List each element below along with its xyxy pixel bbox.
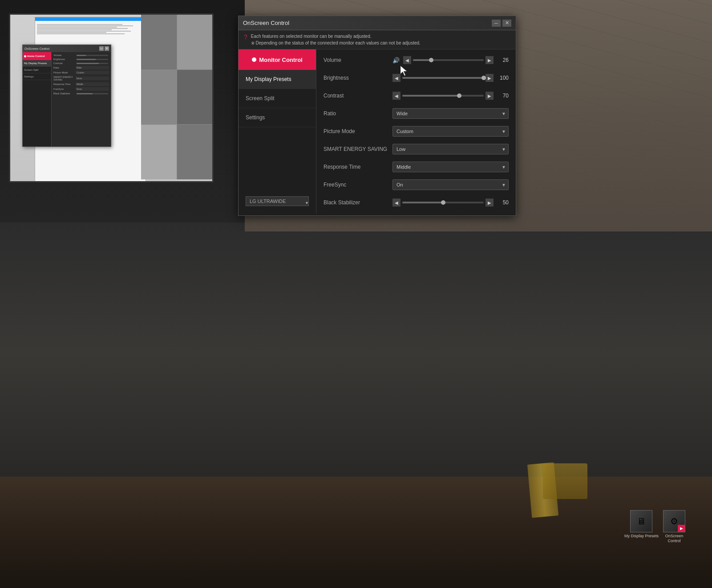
freesync-label: FreeSync (324, 182, 392, 188)
freesync-select[interactable]: On Off (392, 179, 509, 190)
mini-response-row: Response Time Middle (53, 82, 109, 86)
desk-object-box (543, 463, 587, 499)
taskbar-osc[interactable]: ⚙ ▶ OnScreenControl (663, 510, 685, 543)
smart-energy-row: SMART ENERGY SAVING Low High Off ▼ (324, 143, 509, 155)
osc-nav-header: Monitor Control (239, 49, 316, 70)
brightness-slider-track[interactable] (402, 77, 484, 79)
mini-nav-presets[interactable]: My Display Presets (23, 60, 51, 67)
black-stabilizer-row: Black Stabilizer ◀ ▶ 50 (324, 196, 509, 209)
picture-mode-dropdown-container: Custom Vivid HDR Effect Cinema FPS 1 FPS… (392, 126, 509, 137)
mini-osc-minimize[interactable]: ─ (99, 46, 104, 51)
volume-slider-track[interactable] (413, 59, 484, 61)
mini-osc-close[interactable]: ✕ (105, 46, 109, 51)
minimize-button[interactable]: ─ (492, 20, 501, 27)
mini-nav-settings[interactable]: Settings (23, 73, 51, 80)
response-time-select[interactable]: Middle Fast Faster Off (392, 162, 509, 172)
contrast-decrease-btn[interactable]: ◀ (392, 92, 400, 100)
mini-osc-titlebar: OnScreen Control ─ ✕ (23, 45, 111, 52)
brightness-slider-fill (402, 77, 484, 79)
contrast-slider-container: ◀ ▶ 70 (392, 92, 509, 100)
monitor-area: OnScreen Control ─ ✕ Home Control My Dis… (0, 0, 245, 223)
volume-row: Volume 🔊 ◀ ▶ 26 (324, 54, 509, 66)
mini-contrast-track[interactable] (77, 63, 108, 64)
picture-mode-select[interactable]: Custom Vivid HDR Effect Cinema FPS 1 FPS… (392, 126, 509, 137)
taskbar-osc-label: OnScreenControl (665, 534, 684, 543)
mini-brightness-track[interactable] (77, 59, 108, 60)
display-presets-icon: 🖥 (637, 516, 646, 527)
taskbar-display-presets[interactable]: 🖥 My Display Presets (624, 510, 659, 543)
freesync-row: FreeSync On Off ▼ (324, 178, 509, 191)
response-time-dropdown-container: Middle Fast Faster Off ▼ (392, 162, 509, 172)
volume-decrease-btn[interactable]: ◀ (403, 56, 411, 64)
osc-nav-panel: Monitor Control My Display Presets Scree… (239, 49, 316, 213)
brightness-slider-thumb (481, 76, 486, 80)
black-stabilizer-slider-track[interactable] (402, 202, 484, 203)
info-icon: ? (244, 33, 247, 41)
contrast-row: Contrast ◀ ▶ 70 (324, 89, 509, 102)
osc-titlebar: OnScreen Control ─ ✕ (239, 16, 516, 30)
volume-label: Volume (324, 57, 392, 63)
brightness-value: 100 (495, 75, 509, 81)
picture-mode-row: Picture Mode Custom Vivid HDR Effect Cin… (324, 125, 509, 138)
black-stabilizer-slider-container: ◀ ▶ 50 (392, 199, 509, 207)
brightness-increase-btn[interactable]: ▶ (485, 74, 494, 82)
close-button[interactable]: ✕ (502, 20, 511, 27)
volume-increase-btn[interactable]: ▶ (485, 56, 494, 64)
mini-freesync-row: FreeSync None (53, 87, 109, 91)
volume-slider-container: 🔊 ◀ ▶ 26 (392, 56, 509, 64)
smart-energy-select[interactable]: Low High Off (392, 144, 509, 154)
freesync-dropdown-container: On Off ▼ (392, 179, 509, 190)
nav-item-split[interactable]: Screen Split (239, 89, 316, 108)
mini-osc-content: Volume Brightness Contrast (52, 52, 111, 146)
mini-volume-track[interactable] (77, 55, 108, 56)
nav-item-settings[interactable]: Settings (239, 108, 316, 127)
monitor-selector-container: LG ULTRAWIDE ▼ (242, 196, 312, 210)
osc-main-window: OnScreen Control ─ ✕ ? Each features on … (238, 16, 516, 216)
nav-item-presets[interactable]: My Display Presets (239, 70, 316, 89)
nav-header-label: Monitor Control (259, 57, 302, 63)
nav-dot-indicator (252, 57, 256, 62)
mini-osc-nav: Home Control My Display Presets Screen S… (23, 52, 52, 146)
osc-controls-panel: Volume 🔊 ◀ ▶ 26 Brightness ◀ (316, 49, 516, 213)
smart-energy-label: SMART ENERGY SAVING (324, 146, 392, 152)
mini-osc-title: OnScreen Control (24, 47, 49, 50)
volume-slider-thumb (429, 58, 433, 62)
mini-ratio-row: Ratio Wide (53, 66, 109, 69)
mini-osc-body: Home Control My Display Presets Screen S… (23, 52, 111, 146)
black-stabilizer-increase-btn[interactable]: ▶ (485, 199, 494, 207)
black-stabilizer-decrease-btn[interactable]: ◀ (392, 199, 400, 207)
contrast-slider-track[interactable] (402, 95, 484, 97)
mini-contrast-row: Contrast (53, 62, 109, 65)
contrast-value: 70 (495, 93, 509, 99)
mini-picture-row: Picture Mode Custom (53, 71, 109, 74)
black-stabilizer-value: 50 (495, 199, 509, 206)
contrast-label: Contrast (324, 93, 392, 99)
mini-nav-split[interactable]: Screen Split (23, 67, 51, 73)
monitor-select[interactable]: LG ULTRAWIDE (246, 196, 309, 206)
brightness-label: Brightness (324, 75, 392, 81)
mini-volume-row: Volume (53, 54, 109, 57)
ratio-label: Ratio (324, 110, 392, 117)
taskbar-presets-label: My Display Presets (624, 534, 659, 539)
smart-energy-dropdown-container: Low High Off ▼ (392, 144, 509, 154)
contrast-increase-btn[interactable]: ▶ (485, 92, 494, 100)
contrast-slider-thumb (457, 93, 461, 98)
mini-osc-window: OnScreen Control ─ ✕ Home Control My Dis… (22, 45, 111, 147)
mini-black-track[interactable] (77, 93, 108, 94)
volume-value: 26 (495, 57, 509, 63)
black-stabilizer-slider-fill (402, 202, 443, 203)
mini-nav-header: Home Control (23, 52, 51, 60)
mini-brightness-row: Brightness (53, 58, 109, 61)
brightness-decrease-btn[interactable]: ◀ (392, 74, 400, 82)
black-stabilizer-label: Black Stabilizer (324, 199, 392, 206)
volume-slider-fill (413, 59, 431, 61)
mini-energy-row: SMART ENERGY SAVING None (53, 76, 109, 81)
response-time-label: Response Time (324, 164, 392, 170)
osc-red-indicator: ▶ (678, 525, 685, 532)
mini-black-row: Black Stabilizer (53, 92, 109, 95)
desk-surface (0, 477, 712, 588)
ratio-select[interactable]: Wide Original Just Scan 1:1 4:3 (392, 108, 509, 119)
titlebar-buttons: ─ ✕ (492, 20, 511, 27)
taskbar-area: 🖥 My Display Presets ⚙ ▶ OnScreenControl (624, 510, 685, 543)
osc-info-bar: ? Each features on selected monitor can … (239, 30, 516, 49)
